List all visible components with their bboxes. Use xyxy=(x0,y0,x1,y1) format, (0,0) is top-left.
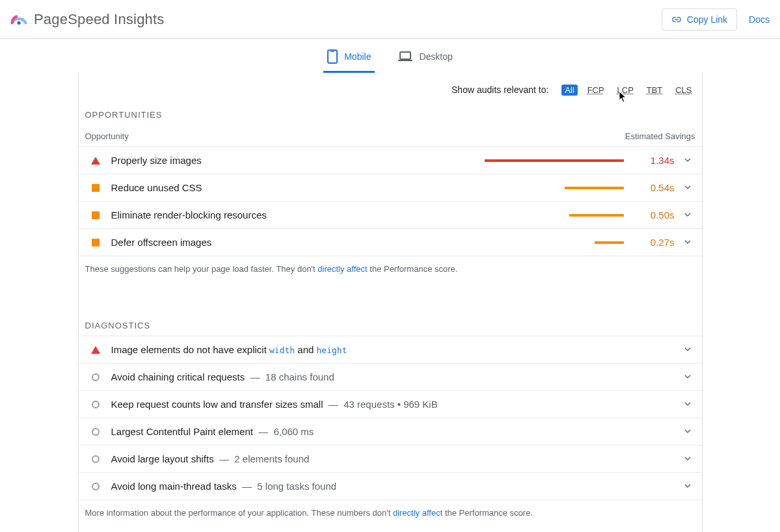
docs-link[interactable]: Docs xyxy=(749,14,770,25)
tab-mobile[interactable]: Mobile xyxy=(323,42,375,73)
laptop-icon xyxy=(398,51,412,62)
copy-link-button[interactable]: Copy Link xyxy=(662,8,737,31)
opportunity-row[interactable]: Eliminate render-blocking resources0.50s xyxy=(79,201,702,228)
warning-square-icon xyxy=(92,239,100,246)
directly-affect-link[interactable]: directly affect xyxy=(317,264,367,274)
filter-chip-tbt[interactable]: TBT xyxy=(643,85,666,96)
tab-mobile-label: Mobile xyxy=(344,51,371,62)
filter-label: Show audits relevant to: xyxy=(451,85,548,95)
opportunity-row[interactable]: Defer offscreen images0.27s xyxy=(79,228,702,256)
tab-desktop[interactable]: Desktop xyxy=(394,42,456,73)
audit-filter-row: Show audits relevant to: All FCP LCP TBT… xyxy=(79,73,702,96)
copy-link-label: Copy Link xyxy=(687,14,727,25)
brand: PageSpeed Insights xyxy=(10,11,165,28)
link-icon xyxy=(671,14,682,25)
savings-value: 0.27s xyxy=(629,237,675,248)
chevron-down-icon[interactable] xyxy=(680,183,695,193)
chevron-down-icon[interactable] xyxy=(680,345,695,355)
opportunity-title: Reduce unused CSS xyxy=(111,182,450,193)
col-opportunity: Opportunity xyxy=(85,131,129,141)
svg-point-0 xyxy=(17,21,20,24)
savings-value: 0.54s xyxy=(629,182,675,193)
diagnostic-row[interactable]: Keep request counts low and transfer siz… xyxy=(79,390,702,418)
diagnostic-title: Avoid long main-thread tasks — 5 long ta… xyxy=(111,481,675,492)
directly-affect-link[interactable]: directly affect xyxy=(393,508,442,518)
savings-bar xyxy=(455,187,624,189)
opportunities-table-header: Opportunity Estimated Savings xyxy=(79,125,702,146)
diagnostic-title: Keep request counts low and transfer siz… xyxy=(111,399,675,410)
opportunities-heading: OPPORTUNITIES xyxy=(79,96,702,125)
diagnostic-row[interactable]: Largest Contentful Paint element — 6,060… xyxy=(79,418,702,445)
opportunity-row[interactable]: Properly size images1.34s xyxy=(79,146,702,174)
chevron-down-icon[interactable] xyxy=(680,481,695,492)
diagnostic-row[interactable]: Avoid long main-thread tasks — 5 long ta… xyxy=(79,472,702,499)
diagnostic-title: Avoid chaining critical requests — 18 ch… xyxy=(111,371,675,382)
filter-chip-cls[interactable]: CLS xyxy=(672,85,695,96)
diagnostic-row[interactable]: Image elements do not have explicit widt… xyxy=(79,336,702,363)
chevron-down-icon[interactable] xyxy=(680,210,695,220)
chevron-down-icon[interactable] xyxy=(680,427,695,437)
chevron-down-icon[interactable] xyxy=(680,399,695,410)
info-circle-icon xyxy=(92,401,100,408)
diagnostic-title: Image elements do not have explicit widt… xyxy=(111,344,675,355)
savings-bar xyxy=(455,159,624,162)
pagespeed-logo-icon xyxy=(10,11,27,28)
chevron-down-icon[interactable] xyxy=(680,155,695,166)
chevron-down-icon[interactable] xyxy=(680,372,695,382)
warning-square-icon xyxy=(92,184,100,192)
diagnostics-heading: DIAGNOSTICS xyxy=(79,306,702,336)
brand-title: PageSpeed Insights xyxy=(34,11,165,28)
savings-value: 0.50s xyxy=(629,209,675,220)
tab-desktop-label: Desktop xyxy=(419,51,452,62)
diagnostic-title: Largest Contentful Paint element — 6,060… xyxy=(111,426,675,437)
warning-triangle-icon xyxy=(91,346,100,354)
warning-square-icon xyxy=(92,211,100,219)
chevron-down-icon[interactable] xyxy=(680,454,695,464)
opportunity-title: Eliminate render-blocking resources xyxy=(111,209,450,220)
filter-chip-fcp[interactable]: FCP xyxy=(584,85,608,96)
diagnostics-footnote: More information about the performance o… xyxy=(79,499,702,518)
opportunities-footnote: These suggestions can help your page loa… xyxy=(79,256,702,274)
device-tabs: Mobile Desktop xyxy=(0,42,780,73)
savings-bar xyxy=(455,241,624,244)
content: Show audits relevant to: All FCP LCP TBT… xyxy=(78,73,703,532)
filter-chip-all[interactable]: All xyxy=(561,85,577,96)
filter-chip-lcp[interactable]: LCP xyxy=(614,85,637,96)
header-right: Copy Link Docs xyxy=(662,8,770,31)
info-circle-icon xyxy=(92,483,100,490)
info-circle-icon xyxy=(92,455,100,463)
header: PageSpeed Insights Copy Link Docs xyxy=(0,0,780,39)
svg-rect-4 xyxy=(398,60,412,61)
svg-rect-3 xyxy=(400,52,410,59)
phone-icon xyxy=(327,49,338,64)
opportunity-title: Defer offscreen images xyxy=(111,237,450,248)
chevron-down-icon[interactable] xyxy=(680,237,695,248)
warning-triangle-icon xyxy=(91,157,100,165)
savings-bar xyxy=(455,214,624,217)
opportunity-title: Properly size images xyxy=(111,155,450,166)
col-savings: Estimated Savings xyxy=(625,131,695,141)
diagnostic-row[interactable]: Avoid chaining critical requests — 18 ch… xyxy=(79,363,702,390)
info-circle-icon xyxy=(92,428,100,436)
diagnostic-title: Avoid large layout shifts — 2 elements f… xyxy=(111,453,675,464)
opportunity-row[interactable]: Reduce unused CSS0.54s xyxy=(79,174,702,201)
savings-value: 1.34s xyxy=(629,155,675,166)
diagnostic-row[interactable]: Avoid large layout shifts — 2 elements f… xyxy=(79,445,702,472)
svg-rect-2 xyxy=(330,51,334,52)
info-circle-icon xyxy=(92,373,100,381)
